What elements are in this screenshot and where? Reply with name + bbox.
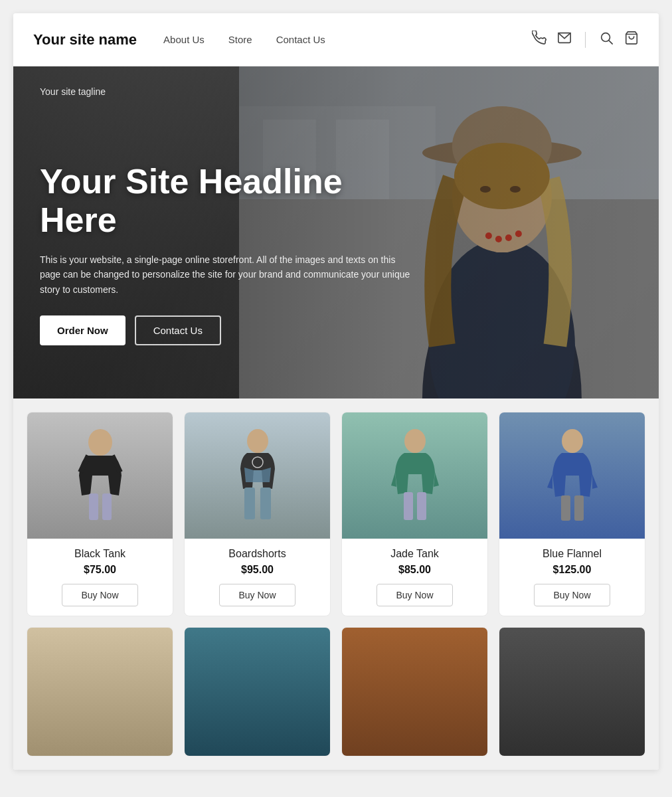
site-name: Your site name	[33, 31, 137, 48]
product-price-1: $75.00	[84, 564, 116, 576]
header: Your site name About Us Store Contact Us	[13, 13, 659, 66]
svg-rect-32	[404, 492, 413, 520]
product-name-3: Jade Tank	[390, 548, 439, 560]
svg-rect-26	[102, 493, 112, 520]
svg-point-27	[247, 429, 268, 453]
product-card-1: Black Tank $75.00 Buy Now	[27, 412, 173, 616]
hero-section: Your site tagline Your Site Headline Her…	[13, 66, 659, 398]
products-grid-row1: Black Tank $75.00 Buy Now	[27, 412, 645, 616]
product-card-5	[27, 627, 173, 756]
main-nav: About Us Store Contact Us	[163, 34, 532, 45]
buy-now-button-1[interactable]: Buy Now	[62, 584, 137, 606]
product-price-2: $95.00	[241, 564, 274, 576]
product-card-7	[341, 627, 488, 756]
svg-point-34	[562, 429, 583, 453]
svg-rect-28	[244, 487, 255, 519]
contact-us-button[interactable]: Contact Us	[135, 315, 221, 345]
product-name-1: Black Tank	[74, 548, 126, 560]
nav-item-store[interactable]: Store	[228, 34, 252, 45]
product-price-4: $125.00	[553, 564, 592, 576]
svg-rect-29	[260, 487, 271, 519]
product-info-3: Jade Tank $85.00 Buy Now	[342, 539, 487, 616]
product-card-2: Boardshorts $95.00 Buy Now	[184, 412, 331, 616]
product-card-3: Jade Tank $85.00 Buy Now	[341, 412, 488, 616]
hero-description: This is your website, a single-page onli…	[40, 252, 412, 297]
product-image-4	[499, 412, 645, 539]
products-section: Black Tank $75.00 Buy Now	[13, 398, 659, 770]
buy-now-button-4[interactable]: Buy Now	[534, 584, 610, 606]
product-card-4: Blue Flannel $125.00 Buy Now	[499, 412, 645, 616]
header-divider	[585, 32, 586, 48]
product-info-2: Boardshorts $95.00 Buy Now	[185, 539, 330, 616]
svg-line-2	[609, 41, 612, 44]
product-name-4: Blue Flannel	[543, 548, 602, 560]
svg-point-31	[404, 429, 426, 453]
svg-rect-25	[89, 493, 98, 520]
hero-buttons: Order Now Contact Us	[40, 315, 412, 345]
phone-icon[interactable]	[532, 31, 546, 48]
page-wrapper: Your site name About Us Store Contact Us	[13, 13, 659, 770]
buy-now-button-2[interactable]: Buy Now	[219, 584, 295, 606]
nav-item-contact[interactable]: Contact Us	[276, 34, 325, 45]
hero-headline: Your Site Headline Here	[40, 163, 412, 238]
product-info-4: Blue Flannel $125.00 Buy Now	[499, 539, 645, 616]
svg-point-22	[88, 429, 112, 456]
product-card-6	[184, 627, 331, 756]
search-icon[interactable]	[599, 31, 614, 48]
product-name-2: Boardshorts	[228, 548, 286, 560]
product-price-3: $85.00	[398, 564, 431, 576]
products-grid-row2	[27, 627, 645, 756]
product-card-8	[499, 627, 645, 756]
header-icons	[532, 31, 639, 48]
svg-rect-37	[574, 495, 584, 521]
hero-content: Your Site Headline Here This is your web…	[40, 163, 412, 345]
svg-rect-33	[417, 492, 426, 520]
svg-rect-36	[561, 495, 570, 521]
product-info-1: Black Tank $75.00 Buy Now	[27, 539, 173, 616]
mail-icon[interactable]	[557, 31, 572, 48]
product-image-3	[342, 412, 487, 539]
buy-now-button-3[interactable]: Buy Now	[377, 584, 452, 606]
bag-icon[interactable]	[624, 31, 639, 48]
hero-tagline: Your site tagline	[40, 86, 106, 97]
nav-item-about[interactable]: About Us	[163, 34, 205, 45]
product-image-1	[27, 412, 173, 539]
product-image-2	[185, 412, 330, 539]
order-now-button[interactable]: Order Now	[40, 315, 126, 345]
